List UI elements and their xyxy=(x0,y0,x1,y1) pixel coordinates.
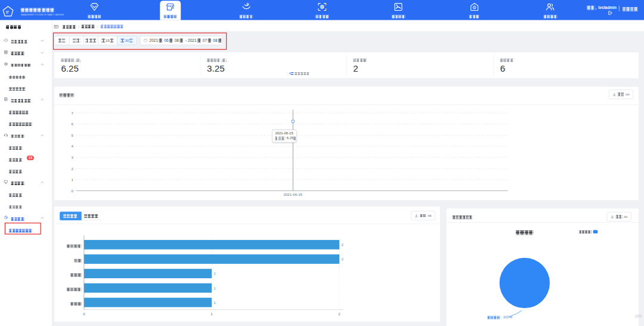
svg-text:2: 2 xyxy=(341,242,343,247)
svg-text:2: 2 xyxy=(338,312,340,316)
svg-text:0: 0 xyxy=(71,189,73,193)
svg-text:1: 1 xyxy=(213,300,216,305)
svg-text:1: 1 xyxy=(213,286,216,290)
svg-text:7: 7 xyxy=(71,111,73,115)
svg-text:4: 4 xyxy=(71,144,73,148)
svg-text:1: 1 xyxy=(213,272,216,276)
svg-text:0: 0 xyxy=(83,312,85,316)
svg-text:2: 2 xyxy=(71,167,73,171)
svg-text:6: 6 xyxy=(71,122,73,126)
svg-text:2021-06-15: 2021-06-15 xyxy=(283,192,302,196)
svg-text:3: 3 xyxy=(71,155,73,159)
svg-text:5: 5 xyxy=(71,133,73,137)
svg-text:2: 2 xyxy=(341,257,343,261)
svg-text:1: 1 xyxy=(71,177,73,182)
svg-text:1: 1 xyxy=(210,312,213,316)
